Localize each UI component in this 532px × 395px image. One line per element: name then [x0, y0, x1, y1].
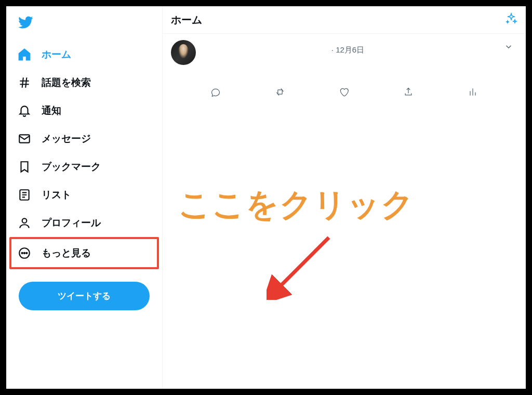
sidebar-item-label: ブックマーク: [42, 160, 101, 174]
sidebar-item-messages[interactable]: メッセージ: [11, 125, 157, 153]
sidebar-item-bookmarks[interactable]: ブックマーク: [11, 153, 157, 181]
tweet-button[interactable]: ツイートする: [19, 282, 150, 310]
sidebar-item-label: プロフィール: [42, 216, 101, 230]
main-column: ホーム · 12月6日: [162, 6, 526, 389]
sidebar-item-lists[interactable]: リスト: [11, 181, 157, 209]
tweet-caret-icon[interactable]: [500, 40, 517, 56]
sidebar-item-label: 通知: [42, 104, 61, 117]
sidebar-item-home[interactable]: ホーム: [11, 41, 157, 69]
tweet-item[interactable]: · 12月6日: [163, 34, 526, 71]
annotation-arrow: [267, 232, 334, 300]
bell-icon: [18, 104, 31, 117]
sidebar-item-label: リスト: [42, 188, 71, 202]
tweet-actions: [163, 71, 526, 104]
hash-icon: [18, 76, 31, 89]
more-icon: [18, 246, 31, 260]
sidebar-item-explore[interactable]: 話題を検索: [11, 69, 157, 97]
share-icon[interactable]: [403, 87, 414, 97]
svg-point-4: [22, 253, 23, 254]
retweet-icon[interactable]: [275, 87, 285, 97]
sidebar-item-label: 話題を検索: [42, 76, 91, 89]
list-icon: [18, 188, 31, 202]
profile-icon: [18, 216, 31, 230]
envelope-icon: [18, 132, 31, 146]
analytics-icon[interactable]: [468, 87, 478, 97]
home-icon: [18, 48, 31, 61]
like-icon[interactable]: [339, 87, 349, 97]
svg-line-7: [277, 238, 329, 289]
sidebar-item-notifications[interactable]: 通知: [11, 97, 157, 125]
sidebar-item-more[interactable]: もっと見る: [11, 239, 157, 267]
sidebar: ホーム 話題を検索 通知 メッセージ ブックマーク: [6, 6, 162, 389]
reply-icon[interactable]: [210, 87, 221, 97]
annotation-text: ここをクリック: [178, 183, 415, 227]
sparkle-icon[interactable]: [505, 12, 517, 27]
app-frame: ホーム 話題を検索 通知 メッセージ ブックマーク: [6, 6, 526, 389]
sidebar-item-profile[interactable]: プロフィール: [11, 209, 157, 237]
twitter-logo[interactable]: [11, 10, 157, 36]
svg-point-5: [24, 253, 25, 254]
sidebar-item-label: もっと見る: [42, 246, 91, 260]
avatar[interactable]: [171, 40, 196, 65]
timeline-header: ホーム: [163, 6, 526, 34]
sidebar-item-label: メッセージ: [42, 132, 91, 146]
bookmark-icon: [18, 160, 31, 174]
annotation-highlight-box: もっと見る: [9, 237, 159, 269]
page-title: ホーム: [171, 13, 202, 27]
sidebar-item-label: ホーム: [42, 48, 71, 61]
svg-point-2: [22, 218, 27, 223]
svg-point-6: [26, 253, 27, 254]
tweet-date: · 12月6日: [202, 40, 494, 55]
